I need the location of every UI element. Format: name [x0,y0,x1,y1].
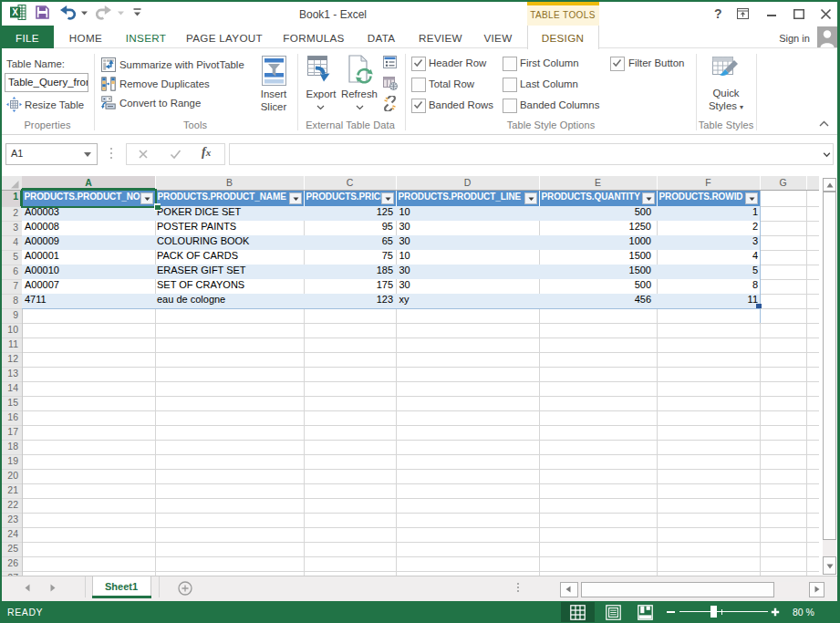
svg-text:X: X [12,7,18,17]
